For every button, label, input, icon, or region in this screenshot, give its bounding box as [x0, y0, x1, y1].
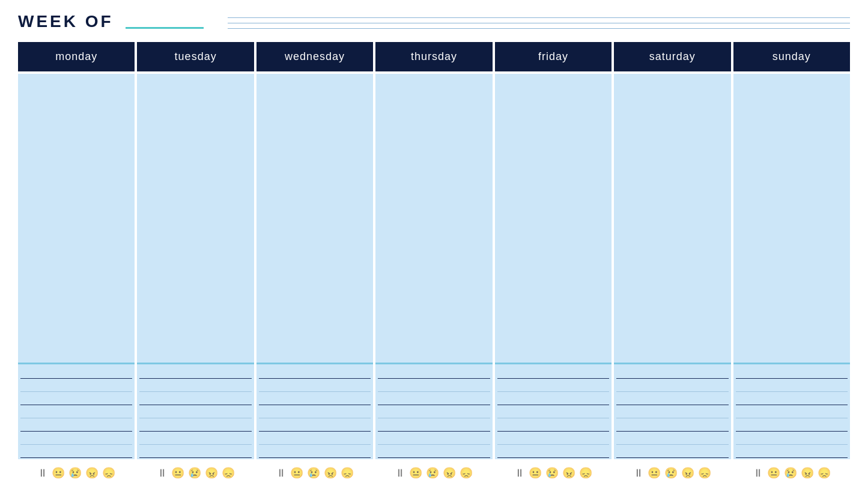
wednesday-line-6: [259, 432, 371, 445]
week-of-label: WEEK OF: [18, 12, 114, 31]
sunday-emoji-cell[interactable]: ⏸ 😐 😢 😠 😞: [733, 464, 850, 482]
emoji-pause[interactable]: ⏸: [753, 467, 763, 480]
emoji-pause[interactable]: ⏸: [633, 467, 644, 480]
wednesday-top-area[interactable]: [256, 74, 373, 363]
emoji-sad[interactable]: 😞: [818, 466, 831, 480]
emoji-angry[interactable]: 😠: [801, 466, 814, 480]
monday-emoji-cell[interactable]: ⏸ 😐 😢 😠 😞: [18, 464, 135, 482]
wednesday-emoji-cell[interactable]: ⏸ 😐 😢 😠 😞: [256, 464, 373, 482]
emoji-pause[interactable]: ⏸: [37, 467, 48, 480]
friday-lined-section[interactable]: [495, 364, 612, 459]
emoji-sad[interactable]: 😞: [579, 466, 592, 480]
emoji-sad[interactable]: 😞: [222, 466, 235, 480]
day-header-monday: monday: [18, 42, 135, 71]
day-col-monday[interactable]: [18, 74, 135, 459]
day-col-friday[interactable]: [495, 74, 612, 459]
friday-line-2: [497, 379, 609, 392]
tuesday-top-area[interactable]: [137, 74, 253, 363]
day-col-sunday[interactable]: [733, 74, 850, 459]
day-header-tuesday: tuesday: [137, 42, 253, 71]
emoji-cry[interactable]: 😢: [188, 466, 201, 480]
day-headers: monday tuesday wednesday thursday friday…: [18, 42, 850, 71]
monday-line-1: [20, 366, 132, 379]
emoji-neutral[interactable]: 😐: [767, 466, 780, 480]
day-col-thursday[interactable]: [375, 74, 492, 459]
emoji-pause[interactable]: ⏸: [514, 467, 525, 480]
saturday-top-area[interactable]: [614, 74, 730, 363]
header: WEEK OF: [18, 12, 850, 31]
emoji-angry[interactable]: 😠: [681, 466, 694, 480]
emoji-angry[interactable]: 😠: [85, 466, 99, 480]
thursday-emoji-cell[interactable]: ⏸ 😐 😢 😠 😞: [375, 464, 492, 482]
calendar-grid: monday tuesday wednesday thursday friday…: [18, 42, 850, 482]
monday-lined-section[interactable]: [18, 364, 135, 459]
emoji-sad[interactable]: 😞: [698, 466, 711, 480]
monday-line-7: [20, 445, 132, 458]
day-col-tuesday[interactable]: [137, 74, 253, 459]
thursday-line-6: [378, 432, 490, 445]
tuesday-line-2: [139, 379, 251, 392]
tuesday-line-1: [139, 366, 251, 379]
thursday-line-2: [378, 379, 490, 392]
saturday-line-7: [616, 445, 728, 458]
saturday-line-6: [616, 432, 728, 445]
thursday-line-7: [378, 445, 490, 458]
day-header-thursday: thursday: [375, 42, 492, 71]
emoji-neutral[interactable]: 😐: [409, 466, 422, 480]
monday-line-6: [20, 432, 132, 445]
friday-top-area[interactable]: [495, 74, 612, 363]
day-col-wednesday[interactable]: [256, 74, 373, 459]
thursday-lined-section[interactable]: [375, 364, 492, 459]
emoji-sad[interactable]: 😞: [102, 466, 115, 480]
day-col-saturday[interactable]: [614, 74, 730, 459]
sunday-lined-section[interactable]: [733, 364, 850, 459]
emoji-pause[interactable]: ⏸: [157, 467, 168, 480]
friday-line-1: [497, 366, 609, 379]
emoji-angry[interactable]: 😠: [443, 466, 456, 480]
tuesday-lined-section[interactable]: [137, 364, 253, 459]
emoji-sad[interactable]: 😞: [460, 466, 473, 480]
emoji-neutral[interactable]: 😐: [52, 466, 65, 480]
monday-top-area[interactable]: [18, 74, 135, 363]
friday-emoji-cell[interactable]: ⏸ 😐 😢 😠 😞: [495, 464, 612, 482]
emoji-cry[interactable]: 😢: [307, 466, 320, 480]
tuesday-emoji-cell[interactable]: ⏸ 😐 😢 😠 😞: [137, 464, 253, 482]
day-header-wednesday: wednesday: [256, 42, 373, 71]
emoji-sad[interactable]: 😞: [341, 466, 354, 480]
wednesday-line-2: [259, 379, 371, 392]
wednesday-line-4: [259, 405, 371, 418]
saturday-emoji-cell[interactable]: ⏸ 😐 😢 😠 😞: [614, 464, 730, 482]
emoji-angry[interactable]: 😠: [205, 466, 218, 480]
friday-line-6: [497, 432, 609, 445]
sunday-top-area[interactable]: [733, 74, 850, 363]
emoji-cry[interactable]: 😢: [664, 466, 678, 480]
emoji-cry[interactable]: 😢: [68, 466, 82, 480]
sunday-line-5: [736, 418, 848, 432]
emoji-neutral[interactable]: 😐: [290, 466, 303, 480]
header-lines: [228, 17, 850, 29]
day-header-friday: friday: [495, 42, 612, 71]
saturday-lined-section[interactable]: [614, 364, 730, 459]
saturday-line-1: [616, 366, 728, 379]
day-columns: [18, 74, 850, 459]
emoji-neutral[interactable]: 😐: [171, 466, 184, 480]
wednesday-lined-section[interactable]: [256, 364, 373, 459]
saturday-line-3: [616, 392, 728, 405]
emoji-angry[interactable]: 😠: [324, 466, 337, 480]
sunday-line-7: [736, 445, 848, 458]
emoji-pause[interactable]: ⏸: [395, 467, 405, 480]
emoji-cry[interactable]: 😢: [784, 466, 797, 480]
week-of-input-line[interactable]: [126, 27, 204, 29]
emoji-pause[interactable]: ⏸: [276, 467, 287, 480]
thursday-line-4: [378, 405, 490, 418]
emoji-neutral[interactable]: 😐: [529, 466, 542, 480]
emoji-neutral[interactable]: 😐: [648, 466, 661, 480]
thursday-top-area[interactable]: [375, 74, 492, 363]
tuesday-line-5: [139, 418, 251, 432]
tuesday-line-3: [139, 392, 251, 405]
emoji-cry[interactable]: 😢: [545, 466, 559, 480]
thursday-line-1: [378, 366, 490, 379]
emoji-cry[interactable]: 😢: [426, 466, 439, 480]
emoji-angry[interactable]: 😠: [562, 466, 575, 480]
monday-line-3: [20, 392, 132, 405]
